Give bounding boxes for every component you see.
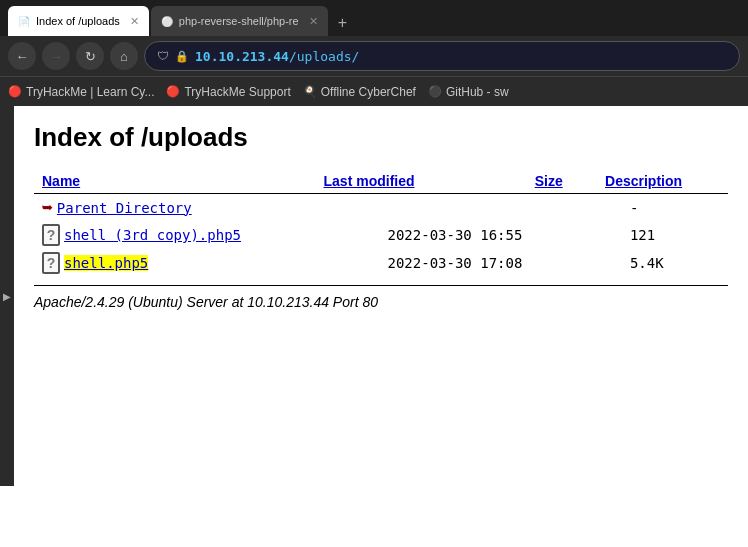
- url-domain: 10.10.213.44: [195, 49, 289, 64]
- file1-link[interactable]: shell (3rd copy).php5: [64, 227, 241, 243]
- col-name[interactable]: Name: [34, 169, 316, 193]
- tab-bar: 📄 Index of /uploads ✕ ⚪ php-reverse-shel…: [0, 0, 748, 36]
- tryhackme-learn-icon: 🔴: [8, 85, 22, 98]
- tab-label-2: php-reverse-shell/php-re: [179, 15, 299, 27]
- page-content: Index of /uploads Name Last modified Siz…: [14, 106, 748, 486]
- file1-modified: 2022-03-30 16:55: [380, 221, 622, 249]
- bookmark-label-tryhackme-learn: TryHackMe | Learn Cy...: [26, 85, 154, 99]
- content-area: ▶ Index of /uploads Name Last modified S…: [0, 106, 748, 486]
- main-content: Index of /uploads Name Last modified Siz…: [14, 106, 748, 486]
- file1-name-cell: shell (3rd copy).php5: [34, 221, 380, 249]
- parent-dir-desc: [702, 194, 728, 221]
- tab-label-1: Index of /uploads: [36, 15, 120, 27]
- home-button[interactable]: ⌂: [110, 42, 138, 70]
- github-icon: ⚫: [428, 85, 442, 98]
- shield-icon: 🛡: [157, 49, 169, 63]
- page-title: Index of /uploads: [34, 122, 728, 153]
- url-bar[interactable]: 🛡 🔒 10.10.213.44/uploads/: [144, 41, 740, 71]
- forward-button[interactable]: →: [42, 42, 70, 70]
- bookmark-label-cyberchef: Offline CyberChef: [321, 85, 416, 99]
- parent-directory-link[interactable]: Parent Directory: [57, 200, 192, 216]
- bookmarks-bar: 🔴 TryHackMe | Learn Cy... 🔴 TryHackMe Su…: [0, 76, 748, 106]
- tab-favicon-1: 📄: [18, 16, 30, 27]
- col-last-modified[interactable]: Last modified: [316, 169, 527, 193]
- directory-rows: ➥ Parent Directory - she: [34, 194, 728, 277]
- refresh-icon: ↻: [85, 49, 96, 64]
- home-icon: ⌂: [120, 49, 128, 64]
- bookmark-github[interactable]: ⚫ GitHub - sw: [428, 85, 509, 99]
- file1-desc: [702, 221, 728, 249]
- file1-icon: [42, 224, 60, 246]
- parent-dir-modified: [380, 194, 622, 221]
- bookmark-label-tryhackme-support: TryHackMe Support: [184, 85, 290, 99]
- bookmark-tryhackme-learn[interactable]: 🔴 TryHackMe | Learn Cy...: [8, 85, 154, 99]
- tab-favicon-2: ⚪: [161, 16, 173, 27]
- refresh-button[interactable]: ↻: [76, 42, 104, 70]
- new-tab-button[interactable]: +: [330, 10, 355, 36]
- parent-dir-icon: ➥: [42, 197, 53, 218]
- back-icon: ←: [16, 49, 29, 64]
- col-description[interactable]: Description: [597, 169, 728, 193]
- cyberchef-icon: 🍳: [303, 85, 317, 98]
- col-size[interactable]: Size: [527, 169, 597, 193]
- url-path: /uploads/: [289, 49, 359, 64]
- directory-table: Name Last modified Size Description: [34, 169, 728, 193]
- table-footer-divider: [34, 285, 728, 286]
- table-row: ➥ Parent Directory -: [34, 194, 728, 221]
- tab-close-2[interactable]: ✕: [309, 15, 318, 28]
- url-text: 10.10.213.44/uploads/: [195, 49, 359, 64]
- bookmark-cyberchef[interactable]: 🍳 Offline CyberChef: [303, 85, 416, 99]
- file2-icon: [42, 252, 60, 274]
- parent-dir-cell: ➥ Parent Directory: [34, 194, 380, 221]
- table-row: shell.php5 2022-03-30 17:08 5.4K: [34, 249, 728, 277]
- server-info: Apache/2.4.29 (Ubuntu) Server at 10.10.2…: [34, 294, 728, 310]
- parent-dir-size: -: [622, 194, 702, 221]
- address-bar: ← → ↻ ⌂ 🛡 🔒 10.10.213.44/uploads/: [0, 36, 748, 76]
- bookmark-tryhackme-support[interactable]: 🔴 TryHackMe Support: [166, 85, 290, 99]
- lock-icon: 🔒: [175, 50, 189, 63]
- tab-github[interactable]: ⚪ php-reverse-shell/php-re ✕: [151, 6, 328, 36]
- bookmark-label-github: GitHub - sw: [446, 85, 509, 99]
- sidebar-handle[interactable]: ▶: [0, 106, 14, 486]
- file1-size: 121: [622, 221, 702, 249]
- back-button[interactable]: ←: [8, 42, 36, 70]
- sidebar-arrow-icon: ▶: [3, 291, 11, 302]
- file2-size: 5.4K: [622, 249, 702, 277]
- tab-close-1[interactable]: ✕: [130, 15, 139, 28]
- file2-link[interactable]: shell.php5: [64, 255, 148, 271]
- tab-index-uploads[interactable]: 📄 Index of /uploads ✕: [8, 6, 149, 36]
- file2-name-cell: shell.php5: [34, 249, 380, 277]
- table-row: shell (3rd copy).php5 2022-03-30 16:55 1…: [34, 221, 728, 249]
- file2-modified: 2022-03-30 17:08: [380, 249, 622, 277]
- forward-icon: →: [50, 49, 63, 64]
- tryhackme-support-icon: 🔴: [166, 85, 180, 98]
- file2-desc: [702, 249, 728, 277]
